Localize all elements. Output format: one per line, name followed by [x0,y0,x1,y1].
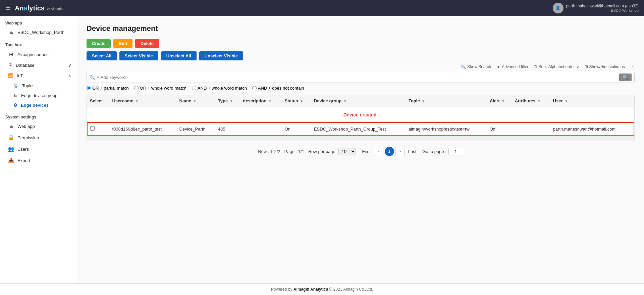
iot-icon: 📶 [8,73,13,78]
action-buttons-row1: Create Edit Delete [87,39,635,48]
sort-chevron-icon: ∨ [576,64,579,69]
footer-brand: Aimagin Analytics [293,287,328,292]
row-info: Row : 1-2/2 [258,149,280,154]
sidebar-item-export-label: Export [17,158,30,163]
table-header-row: Select Username ▼ Name ▼ Type ▼ descript… [87,95,634,107]
sort-label: Sort: [539,64,547,69]
edit-button[interactable]: Edit [113,39,132,48]
delete-button[interactable]: Delete [135,39,159,48]
table-row[interactable]: f008d169d8ec_parth_test Device_Parth 485… [87,122,634,135]
first-page-button[interactable]: First [360,148,372,155]
goto-page-control: Go to page : [422,148,463,155]
goto-page-input[interactable] [448,148,463,155]
sidebar-item-aimagin-label: Aimagin connect [17,52,50,57]
sidebar-section-webapp: Web app [0,16,77,27]
search-input[interactable] [97,75,617,80]
sidebar-item-edge-device-group[interactable]: 🖥 Edge device group [0,91,77,100]
more-options-button[interactable]: ··· [630,64,635,70]
row-name: Device_Parth [177,122,215,135]
row-checkbox[interactable] [90,126,95,131]
avatar: 👤 [553,3,564,13]
device-created-cell: Device created. [87,107,634,122]
show-hide-columns-button[interactable]: ⊞ Show/Hide columns [585,64,625,69]
sidebar-item-iot-label: IoT [17,73,23,78]
sidebar-item-database-label: Database [16,63,35,68]
col-name[interactable]: Name ▼ [177,95,215,107]
unselect-visible-button[interactable]: Unselect Visible [199,51,243,60]
sidebar-item-edge-device-group-label: Edge device group [21,93,57,98]
unselect-all-button[interactable]: Unselect All [161,51,197,60]
topics-icon: 📡 [13,83,19,88]
sidebar-item-iot[interactable]: 📶 IoT ∧ [0,70,77,81]
sort-value: Alphabet order [548,64,575,69]
show-search-button[interactable]: 🔍 Show Search [461,64,491,69]
filter-or-whole-label: OR + whole word match [140,86,186,91]
sidebar-item-permission[interactable]: 🔒 Permission [0,132,77,143]
col-user[interactable]: User ▼ [550,95,634,107]
row-description [240,122,282,135]
columns-icon: ⊞ [585,64,588,69]
chevron-up-icon: ∧ [68,73,71,78]
aimagin-connect-icon: ⊞ [8,51,14,57]
filter-options: OR + partial match OR + whole word match… [87,86,635,91]
page-1-button[interactable]: 1 [385,147,394,156]
sidebar-item-system-webapp-label: Web app [17,124,35,129]
filter-and-whole[interactable]: AND + whole word match [192,86,247,91]
show-search-label: Show Search [467,64,491,69]
user-email: parth.maheshwari@hotmail.com (esp32) [566,4,639,8]
select-visible-button[interactable]: Select Visible [119,51,158,60]
sidebar-item-users[interactable]: 👥 Users [0,143,77,155]
col-type[interactable]: Type ▼ [215,95,240,107]
row-select-cell[interactable] [87,122,109,135]
advanced-filter-button[interactable]: ▼ Advanced filter [496,64,528,69]
export-icon: 📤 [8,157,14,163]
sidebar-item-system-webapp[interactable]: 🖥 Web app [0,121,77,132]
row-status: On [282,122,311,135]
next-page-button[interactable]: › [395,147,405,156]
page-title: Device management [87,24,635,33]
filter-or-partial[interactable]: OR + partial match [87,86,129,91]
user-workspace: ESDC Workshop [566,8,639,12]
horizontal-scrollbar[interactable] [87,136,634,141]
users-icon: 👥 [8,146,14,152]
col-description[interactable]: description ▼ [240,95,282,107]
filter-or-whole[interactable]: OR + whole word match [134,86,186,91]
row-topic: aimagin/workshop/esdc/test=rw [406,122,487,135]
row-device-group: ESDC_Workshop_Parth_Group_Test [311,122,406,135]
row-per-page-select[interactable]: 10 25 50 100 [338,148,356,155]
webapp-icon: 🖥 [8,30,14,35]
prev-page-button[interactable]: ‹ [374,147,383,156]
pagination-row: Row : 1-2/2 Page : 1/1 Row per page: 10 … [87,141,635,161]
col-attributes[interactable]: Attributes ▼ [512,95,550,107]
search-submit-button[interactable]: 🔍 [619,73,632,81]
last-page-button[interactable]: Last [406,148,419,155]
toolbar-row: 🔍 Show Search ▼ Advanced filter ⇅ Sort: … [87,64,635,70]
hamburger-icon[interactable]: ☰ [5,4,11,12]
create-button[interactable]: Create [87,39,111,48]
permission-icon: 🔒 [8,135,14,141]
row-user: parth.maheshwari@hotmail.com [550,122,634,135]
sidebar-section-toolbox: Tool box [0,38,77,49]
sidebar-item-aimagin-connect[interactable]: ⊞ Aimagin connect [0,49,77,60]
sidebar-item-webapp[interactable]: 🖥 ESDC_Workshop_Parth [0,27,77,38]
row-type: 485 [215,122,240,135]
sort-icon: ⇅ [534,64,537,69]
user-info: parth.maheshwari@hotmail.com (esp32) ESD… [566,4,639,12]
sort-control[interactable]: ⇅ Sort: Alphabet order ∨ [534,64,579,69]
col-status[interactable]: Status ▼ [282,95,311,107]
app-logo: Analytics by Aimagin [15,4,63,12]
sidebar-item-database[interactable]: 🗄 Database ∨ [0,60,77,70]
col-topic[interactable]: Topic ▼ [406,95,487,107]
sidebar-item-users-label: Users [17,147,29,152]
col-username[interactable]: Username ▼ [109,95,176,107]
col-alert[interactable]: Alert ▼ [487,95,512,107]
filter-or-partial-label: OR + partial match [92,86,129,91]
sidebar-item-topics[interactable]: 📡 Topics [0,81,77,91]
sidebar-item-edge-devices[interactable]: ⚙ Edge devices [0,100,77,110]
select-all-button[interactable]: Select All [87,51,117,60]
sidebar-item-export[interactable]: 📤 Export [0,155,77,166]
system-webapp-icon: 🖥 [8,124,14,129]
filter-and-not[interactable]: AND + does not contain [252,86,304,91]
col-device-group[interactable]: Device group ▼ [311,95,406,107]
chevron-down-icon: ∨ [68,63,71,68]
